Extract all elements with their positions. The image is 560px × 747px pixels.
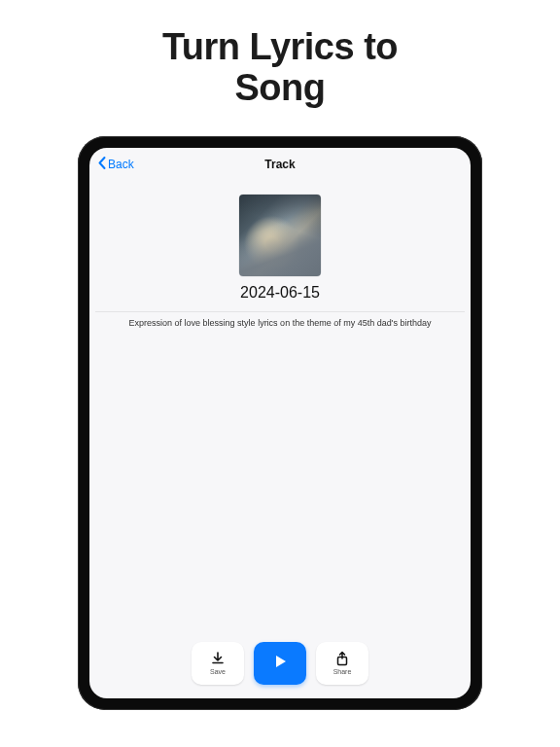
back-label: Back bbox=[108, 158, 134, 171]
save-button[interactable]: Save bbox=[192, 642, 244, 685]
chevron-left-icon bbox=[97, 156, 107, 172]
download-icon bbox=[210, 651, 226, 666]
track-description: Expression of love blessing style lyrics… bbox=[114, 318, 447, 328]
play-button[interactable] bbox=[254, 642, 306, 685]
back-button[interactable]: Back bbox=[97, 156, 134, 172]
device-screen: Back Track 2024-06-15 Expression of love… bbox=[89, 148, 471, 698]
save-label: Save bbox=[210, 668, 226, 675]
play-icon bbox=[271, 653, 289, 674]
device-frame: Back Track 2024-06-15 Expression of love… bbox=[78, 136, 482, 710]
track-date: 2024-06-15 bbox=[240, 284, 320, 302]
headline: Turn Lyrics to Song bbox=[162, 27, 398, 109]
headline-line-1: Turn Lyrics to bbox=[162, 26, 398, 67]
bottom-action-bar: Save Share bbox=[89, 636, 471, 698]
nav-bar: Back Track bbox=[89, 148, 471, 181]
track-cover-image bbox=[239, 195, 321, 276]
share-label: Share bbox=[333, 668, 352, 675]
nav-title: Track bbox=[264, 158, 295, 171]
share-button[interactable]: Share bbox=[316, 642, 368, 685]
share-icon bbox=[334, 651, 350, 666]
headline-line-2: Song bbox=[235, 67, 326, 108]
page: Turn Lyrics to Song Back Track 2024-06-1… bbox=[0, 0, 560, 747]
divider bbox=[95, 311, 465, 312]
content-area: 2024-06-15 Expression of love blessing s… bbox=[89, 181, 471, 636]
